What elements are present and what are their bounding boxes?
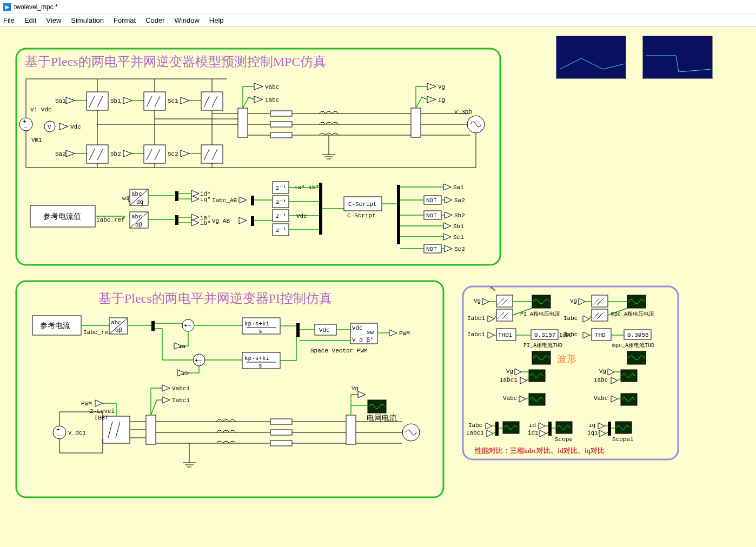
svg-text:abc: abc bbox=[111, 319, 122, 326]
svg-marker-164 bbox=[358, 391, 366, 398]
switch2[interactable] bbox=[496, 309, 513, 321]
igbt-a1[interactable] bbox=[87, 92, 108, 110]
svg-marker-194 bbox=[520, 377, 527, 384]
z-delay-stack: z⁻¹ z⁻¹ z⁻¹ z⁻¹ bbox=[273, 182, 289, 236]
svg-marker-70 bbox=[191, 219, 199, 226]
svg-text:iq: iq bbox=[588, 422, 595, 429]
svg-text:Iabc: Iabc bbox=[468, 422, 482, 429]
svg-text:Sa1: Sa1 bbox=[453, 184, 464, 191]
menu-format[interactable]: Format bbox=[114, 16, 136, 24]
svg-text:−: − bbox=[57, 433, 61, 439]
menu-window[interactable]: Window bbox=[175, 16, 200, 24]
igbt-a2[interactable] bbox=[87, 145, 108, 163]
svg-text:电网电流: 电网电流 bbox=[367, 414, 397, 422]
svg-marker-88 bbox=[443, 184, 451, 190]
gate-row-top: Sa1 Sb1 Sc1 bbox=[55, 92, 223, 110]
mpc-vi-scope[interactable] bbox=[627, 295, 646, 308]
svg-rect-63 bbox=[175, 215, 178, 225]
grid-current-scope[interactable] bbox=[368, 400, 386, 413]
pi-meter[interactable] bbox=[146, 415, 156, 444]
menubar: File Edit View Simulation Format Coder W… bbox=[0, 14, 756, 27]
svpwm-label: Space Vector PWM bbox=[310, 348, 368, 354]
menu-help[interactable]: Help bbox=[209, 16, 224, 24]
svg-text:Scope1: Scope1 bbox=[612, 436, 634, 443]
svg-text:IGBT: IGBT bbox=[94, 415, 109, 421]
svg-marker-211 bbox=[540, 430, 546, 437]
svg-text:Sb2: Sb2 bbox=[454, 212, 465, 219]
vgAB-label: Vg_AB bbox=[212, 218, 230, 224]
svg-text:Vdc: Vdc bbox=[296, 213, 307, 219]
mpc-scope2[interactable] bbox=[627, 351, 646, 364]
svg-marker-217 bbox=[599, 430, 606, 437]
menu-view[interactable]: View bbox=[46, 16, 61, 24]
menu-file[interactable]: File bbox=[3, 16, 15, 24]
vm1-label: Vm1 bbox=[31, 137, 42, 143]
svg-text:NOT: NOT bbox=[426, 197, 437, 204]
mpc-output-ports: Sa1 NOT Sa2 NOT Sb2 Sb1 Sc1 NOT Sc2 bbox=[400, 184, 465, 253]
svg-rect-207 bbox=[495, 422, 499, 436]
svg-marker-47 bbox=[427, 96, 436, 103]
svg-text:THD: THD bbox=[595, 332, 606, 338]
switch4[interactable] bbox=[592, 309, 608, 321]
svg-rect-74 bbox=[251, 196, 254, 205]
vdc-out-port[interactable] bbox=[59, 123, 68, 130]
svg-marker-64 bbox=[191, 190, 199, 197]
switch3[interactable] bbox=[592, 295, 608, 307]
v-meter-3ph[interactable] bbox=[238, 108, 248, 137]
svg-rect-62 bbox=[175, 191, 178, 201]
svg-marker-16 bbox=[66, 150, 75, 157]
svg-text:Iabc1: Iabc1 bbox=[172, 397, 190, 404]
svg-text:+−: +− bbox=[195, 357, 202, 364]
wave-label: 波形 bbox=[557, 353, 576, 364]
svg-text:kp·s+ki: kp·s+ki bbox=[244, 321, 270, 327]
svg-marker-173 bbox=[488, 316, 494, 322]
svg-text:Vabc1: Vabc1 bbox=[172, 385, 190, 392]
svg-marker-182 bbox=[579, 298, 585, 305]
igbt-c2[interactable] bbox=[201, 145, 223, 163]
svg-rect-37 bbox=[270, 111, 292, 116]
grid-meter[interactable] bbox=[411, 108, 421, 137]
svg-text:Vabc: Vabc bbox=[503, 395, 517, 402]
vg-label: Vg bbox=[438, 84, 445, 90]
svg-text:0.3157: 0.3157 bbox=[534, 332, 556, 338]
svg-text:abc: abc bbox=[131, 214, 142, 220]
svg-text:Iabc: Iabc bbox=[563, 315, 578, 322]
svg-marker-215 bbox=[598, 423, 605, 429]
svg-text:V_dc1: V_dc1 bbox=[68, 430, 86, 436]
svg-text:Iabc_ref: Iabc_ref bbox=[83, 329, 112, 336]
svg-text:Vg: Vg bbox=[474, 298, 481, 304]
pi-vi-scope[interactable] bbox=[532, 295, 551, 308]
igbt-b2[interactable] bbox=[144, 145, 165, 163]
svg-marker-186 bbox=[583, 332, 589, 338]
svg-text:Iabc1: Iabc1 bbox=[467, 331, 485, 338]
igbt-b1[interactable] bbox=[144, 92, 165, 110]
pi-scope2[interactable] bbox=[532, 351, 551, 364]
svg-text:mpc_A相电压电流: mpc_A相电压电流 bbox=[611, 311, 654, 317]
svg-marker-66 bbox=[191, 196, 199, 202]
svg-text:Vg: Vg bbox=[506, 368, 513, 375]
switch1[interactable] bbox=[496, 295, 513, 307]
svg-text:iq1: iq1 bbox=[587, 430, 598, 436]
svg-marker-150 bbox=[162, 385, 170, 391]
svg-marker-200 bbox=[519, 396, 526, 402]
menu-coder[interactable]: Coder bbox=[145, 16, 164, 24]
svg-text:αβ: αβ bbox=[135, 222, 143, 228]
svg-text:+: + bbox=[56, 426, 60, 433]
svg-text:id1: id1 bbox=[528, 430, 539, 436]
svg-marker-175 bbox=[488, 332, 494, 338]
svg-text:Sa2: Sa2 bbox=[454, 197, 465, 204]
diagram-canvas[interactable]: 基于Plecs的两电平并网逆变器模型预测控制MPC仿真 +− V: Vdc V … bbox=[0, 27, 756, 547]
svg-text:abc: abc bbox=[131, 191, 142, 197]
gate-row-bottom: Sa2 Sb2 Sc2 bbox=[55, 145, 223, 163]
svg-marker-14 bbox=[181, 97, 189, 104]
svg-text:THD1: THD1 bbox=[498, 332, 513, 338]
igbt-c1[interactable] bbox=[201, 92, 223, 110]
svg-text:NOT: NOT bbox=[426, 212, 437, 219]
pi-gridmeter[interactable] bbox=[346, 415, 356, 444]
menu-simulation[interactable]: Simulation bbox=[71, 16, 104, 24]
svg-marker-96 bbox=[445, 212, 452, 218]
svg-marker-204 bbox=[486, 423, 492, 429]
pi-rl bbox=[156, 419, 346, 467]
svg-marker-98 bbox=[443, 223, 451, 229]
menu-edit[interactable]: Edit bbox=[24, 16, 36, 24]
